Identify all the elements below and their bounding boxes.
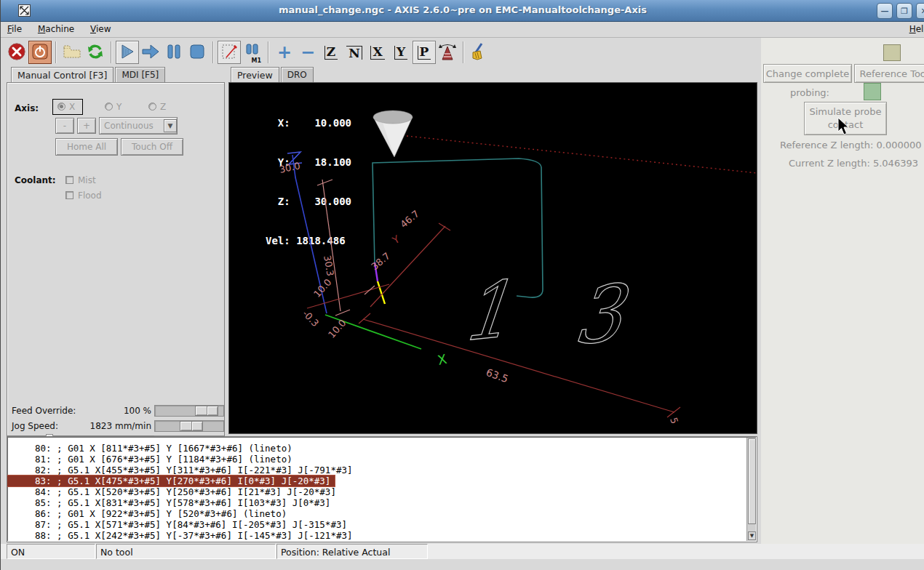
mist-checkbox-icon [65,176,73,184]
position-mode-cell: Position: Relative Actual [276,544,428,559]
view-front-y-icon: Y [394,46,407,60]
combo-arrow-icon[interactable]: ▼ [164,119,177,132]
pause-button[interactable] [162,41,186,64]
gcode-line[interactable]: 82: ; G5.1 X[455*#3+#5] Y[311*#3+#6] I[-… [7,465,757,475]
view-side-x-icon: X [370,46,384,60]
stop-button[interactable] [186,41,209,64]
machine-power-button[interactable] [28,41,52,64]
view-front-button[interactable]: Y [389,41,413,64]
view-rotated-top-icon: N [346,46,362,60]
stop-icon [188,43,206,63]
step-button[interactable] [139,41,162,64]
jog-plus-button[interactable]: + [77,118,96,134]
rotate-cone-icon [438,42,457,63]
y-axis-label: Y [390,233,402,246]
view-perspective-button[interactable]: P [413,41,436,64]
preview-tab-bar: Preview DRO [231,67,315,83]
zoom-in-button[interactable]: + [273,41,296,64]
gcode-line[interactable]: 81: ; G01 X [676*#3+#5] Y [1184*#3+#6] (… [7,454,757,465]
jog-speed-label: Jog Speed: [12,421,58,431]
menu-machine[interactable]: Machine [31,22,81,34]
view-side-button[interactable]: X [366,41,389,64]
minimize-button[interactable]: — [877,3,893,19]
open-file-button[interactable] [60,41,84,64]
view-rotated-top-button[interactable]: N [343,41,366,64]
jog-speed-slider[interactable] [154,420,224,432]
dim-line-xlong [363,319,674,412]
home-all-button[interactable]: Home All [55,138,118,156]
clear-plot-button[interactable] [468,41,491,64]
toolbar-separator [212,41,214,63]
engraved-digit-3: 3 [570,267,632,363]
gcode-listing[interactable]: 80: ; G01 X [811*#3+#5] Y [1667*#3+#6] (… [7,436,757,542]
probing-swatch [864,83,881,100]
jog-mode-value: Continuous [104,121,154,131]
window-controls: — ❐ ✕ [877,3,924,19]
close-button[interactable]: ✕ [916,3,924,19]
tab-dro[interactable]: DRO [281,67,314,82]
tab-preview[interactable]: Preview [231,67,279,83]
toolbar-separator [55,41,57,63]
window-title: manual_change.ngc - AXIS 2.6.0~pre on EM… [1,4,924,15]
radio-z-icon [148,103,156,111]
dim-tick [439,223,450,230]
flood-checkbox[interactable]: Flood [65,190,102,201]
step-arrow-icon [141,43,160,63]
x-axis-label: X [436,351,447,368]
dim-xunder-label: 10.0 [326,317,349,340]
manual-control-body: Axis: X Y Z - + Continuous ▼ Home All To… [7,82,225,436]
dim-xlen-label: 63.5 [485,366,510,385]
view-perspective-p-icon: P [418,46,431,60]
maximize-button[interactable]: ❐ [896,3,912,19]
jog-mode-combobox[interactable]: Continuous ▼ [99,117,178,135]
zoom-out-icon: − [300,45,315,60]
gcode-line[interactable]: 87: ; G5.1 X[571*#3+#5] Y[84*#3+#6] I[-2… [7,519,757,530]
toolbar-separator [111,41,112,63]
reload-button[interactable] [84,41,107,64]
menu-view[interactable]: View [84,22,117,34]
toolbar-separator [463,41,464,63]
menu-file[interactable]: File [1,22,28,34]
change-complete-button[interactable]: Change complete [763,64,852,83]
jog-speed-row: Jog Speed: 1823 mm/min [12,420,224,434]
left-tab-bar: Manual Control [F3] MDI [F5] [11,67,167,82]
current-z-length: Current Z length: 5.046393 [789,158,918,169]
toggle-skip-lines-button[interactable] [218,41,241,64]
axis-label: Axis: [15,103,39,113]
gcode-line[interactable]: 80: ; G01 X [811*#3+#5] Y [1667*#3+#6] (… [7,443,757,454]
reference-tool-button[interactable]: Reference Tool [854,64,924,83]
view-top-button[interactable]: Z [319,41,343,64]
estop-button[interactable] [5,41,28,64]
gcode-scrollbar-thumb[interactable] [748,438,756,524]
menu-help[interactable]: Help [909,24,924,34]
gcode-line[interactable]: 85: ; G5.1 X[831*#3+#5] Y[578*#3+#6] I[1… [7,497,757,508]
gcode-line-highlighted[interactable]: 83: ; G5.1 X[475*#3+#5] Y[270*#3+#6] I[0… [7,475,335,486]
feed-override-row: Feed Override: 100 % [12,404,224,419]
zoom-out-button[interactable]: − [296,41,319,64]
toolbar-separator [268,41,269,63]
axis-radio-y[interactable]: Y [105,102,122,112]
gcode-line[interactable]: 88: ; G5.1 X[242*#3+#5] Y[-37*#3+#6] I[-… [7,530,757,541]
jog-minus-button[interactable]: - [55,118,74,134]
optional-stop-button[interactable]: M1 [241,41,264,64]
tab-manual-control[interactable]: Manual Control [F3] [11,67,113,83]
touch-off-button[interactable]: Touch Off [121,138,183,156]
gcode-line[interactable]: 86: ; G01 X [922*#3+#5] Y [520*#3+#6] (l… [7,508,757,519]
mist-checkbox[interactable]: Mist [65,175,96,185]
jog-speed-slider-thumb[interactable] [180,421,203,431]
status-bar: ON No tool Position: Relative Actual [1,544,924,559]
axis-radio-x[interactable]: X [52,99,83,115]
gcode-line[interactable]: 84: ; G5.1 X[520*#3+#5] Y[250*#3+#6] I[2… [7,486,757,497]
scroll-down-arrow[interactable]: ▼ [748,531,756,540]
preview-canvas[interactable]: X: 10.000 Y: 18.100 Z: 30.000 Vel: 1818.… [228,82,757,434]
run-button[interactable] [116,41,139,64]
gcode-scrollbar[interactable]: ▼ [746,438,756,541]
tab-mdi[interactable]: MDI [F5] [115,67,165,82]
feed-override-slider[interactable] [154,405,224,417]
dim-tick [365,286,375,294]
rotate-view-button[interactable] [436,41,459,64]
axis-radio-z[interactable]: Z [148,102,166,112]
menu-bar: File Machine View Help [1,22,924,38]
dim-height-label: 30.3 [322,254,336,277]
feed-override-slider-thumb[interactable] [195,406,218,416]
